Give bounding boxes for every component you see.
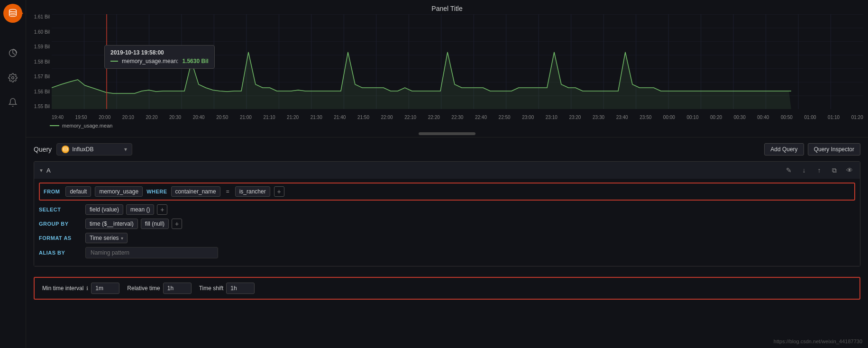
where-value-tag[interactable]: is_rancher <box>235 186 270 197</box>
query-section-a: ▼ A ✎ ↓ ↑ ⧉ 👁 FROM default memory_usage <box>34 161 860 266</box>
duplicate-icon[interactable]: ⧉ <box>829 165 840 176</box>
move-up-icon[interactable]: ↑ <box>813 165 825 176</box>
alias-by-input[interactable] <box>85 247 218 258</box>
add-condition-button[interactable]: + <box>274 186 284 197</box>
query-label: Query <box>34 146 52 153</box>
y-label-1: 1.60 Bil <box>31 29 52 35</box>
x-label: 01:00 <box>804 115 816 120</box>
group-by-content: time ($__interval) fill (null) + <box>85 219 182 229</box>
chart-svg <box>52 14 863 109</box>
x-label: 23:30 <box>593 115 604 120</box>
section-label-a: A <box>46 167 51 174</box>
edit-icon[interactable]: ✎ <box>783 165 795 176</box>
collapse-arrow[interactable]: ▼ <box>39 168 44 173</box>
panel-title: Panel Title <box>31 5 863 12</box>
format-as-row: FORMAT AS Time series ▾ <box>39 233 855 243</box>
chart-container: 1.61 Bil 1.60 Bil 1.59 Bil 1.58 Bil 1.57… <box>31 14 863 114</box>
select-content: field (value) mean () + <box>85 204 167 215</box>
x-label: 20:30 <box>169 115 181 120</box>
query-body-a: FROM default memory_usage WHERE containe… <box>34 179 860 266</box>
x-label: 00:20 <box>710 115 722 120</box>
from-measurement-tag[interactable]: memory_usage <box>95 186 143 197</box>
sidebar-icon-gear[interactable] <box>3 68 22 87</box>
y-label-3: 1.58 Bil <box>31 59 52 64</box>
group-by-fill-tag[interactable]: fill (null) <box>141 219 169 229</box>
x-label: 20:40 <box>193 115 205 120</box>
datasource-name: InfluxDB <box>72 146 121 153</box>
query-section-header-a: ▼ A ✎ ↓ ↑ ⧉ 👁 <box>34 162 860 179</box>
alias-by-content <box>85 247 218 258</box>
x-label: 20:20 <box>146 115 157 120</box>
sidebar-icon-chart[interactable] <box>3 44 22 63</box>
format-as-chevron: ▾ <box>121 236 123 241</box>
move-down-icon[interactable]: ↓ <box>798 165 810 176</box>
min-time-interval-group: Min time interval ℹ <box>42 283 119 294</box>
x-label: 00:50 <box>781 115 793 120</box>
x-label: 22:10 <box>404 115 416 120</box>
format-as-label: FORMAT AS <box>39 235 82 241</box>
y-label-5: 1.56 Bil <box>31 89 52 94</box>
relative-time-input[interactable] <box>163 283 192 294</box>
time-shift-input[interactable] <box>226 283 255 294</box>
select-label: SELECT <box>39 207 82 212</box>
time-shift-group: Time shift <box>199 283 255 294</box>
min-time-interval-input[interactable] <box>91 283 119 294</box>
toggle-visibility-icon[interactable]: 👁 <box>844 165 855 176</box>
x-label: 20:10 <box>122 115 134 120</box>
x-label: 21:30 <box>311 115 322 120</box>
x-label: 22:40 <box>475 115 487 120</box>
group-by-time-tag[interactable]: time ($__interval) <box>85 219 138 229</box>
x-label: 23:50 <box>640 115 651 120</box>
x-label: 23:10 <box>546 115 557 120</box>
sidebar-icon-database[interactable] <box>3 4 22 23</box>
chart-legend: memory_usage.mean <box>31 121 863 130</box>
legend-label: memory_usage.mean <box>62 123 112 128</box>
query-section-actions-a: ✎ ↓ ↑ ⧉ 👁 <box>783 165 855 176</box>
select-row: SELECT field (value) mean () + <box>39 204 855 215</box>
scrollbar-thumb[interactable] <box>419 132 475 135</box>
alias-by-row: ALIAS BY <box>39 247 855 258</box>
query-section-title-a: ▼ A <box>39 167 51 174</box>
scrollbar-area[interactable] <box>31 130 863 137</box>
main-content: Panel Title 1.61 Bil 1.60 Bil 1.59 Bil 1… <box>26 0 868 300</box>
y-label-0: 1.61 Bil <box>31 14 52 19</box>
datasource-selector[interactable]: InfluxDB ▾ <box>56 143 132 156</box>
x-label: 01:20 <box>851 115 863 120</box>
format-as-value: Time series <box>90 235 119 241</box>
min-time-interval-info-icon[interactable]: ℹ <box>86 285 88 292</box>
from-label: FROM <box>44 189 60 194</box>
min-time-interval-label: Min time interval <box>42 285 83 292</box>
x-label: 20:00 <box>99 115 110 120</box>
select-func-tag[interactable]: mean () <box>126 204 154 215</box>
group-by-label: GROUP BY <box>39 221 82 227</box>
x-label: 20:50 <box>216 115 228 120</box>
format-as-dropdown[interactable]: Time series ▾ <box>85 233 128 243</box>
influxdb-icon <box>62 146 69 153</box>
sidebar-icon-bell[interactable] <box>3 93 22 112</box>
svg-line-3 <box>13 53 15 55</box>
svg-point-4 <box>12 77 14 79</box>
relative-time-label: Relative time <box>127 285 160 292</box>
x-label: 00:10 <box>686 115 698 120</box>
add-query-button[interactable]: Add Query <box>764 143 804 156</box>
x-label: 21:00 <box>240 115 252 120</box>
query-header: Query InfluxDB ▾ Add Query Query Inspec <box>34 143 860 156</box>
x-label: 00:00 <box>663 115 675 120</box>
where-field-tag[interactable]: container_name <box>171 186 220 197</box>
from-db-tag[interactable]: default <box>65 186 91 197</box>
x-label: 21:50 <box>357 115 369 120</box>
x-label: 21:20 <box>287 115 299 120</box>
add-select-button[interactable]: + <box>157 204 167 215</box>
svg-point-32 <box>64 147 68 149</box>
select-field-tag[interactable]: field (value) <box>85 204 123 215</box>
x-label: 19:40 <box>52 115 64 120</box>
x-label: 00:30 <box>734 115 746 120</box>
x-label: 21:10 <box>263 115 275 120</box>
sidebar <box>0 0 26 348</box>
add-group-by-button[interactable]: + <box>172 219 182 229</box>
query-header-right: Add Query Query Inspector <box>764 143 860 156</box>
x-label: 22:00 <box>381 115 393 120</box>
footer-url: https://blog.csdn.net/weixin_44187730 <box>774 339 862 344</box>
query-inspector-button[interactable]: Query Inspector <box>808 143 860 156</box>
x-label: 01:10 <box>828 115 840 120</box>
